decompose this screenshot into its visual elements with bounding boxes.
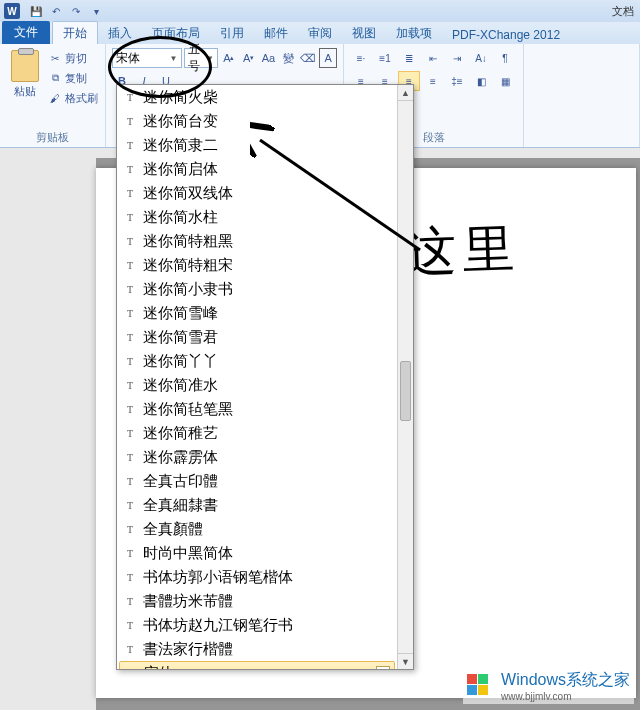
copy-button[interactable]: ⧉ 复制 [48,68,98,88]
font-dropdown: T迷你简火柴T迷你简台变T迷你简隶二T迷你简启体T迷你简双线体T迷你简水柱T迷你… [116,84,414,670]
font-option[interactable]: T迷你简稚艺 [117,421,397,445]
font-option-label: 迷你简稚艺 [143,424,218,443]
tab-file[interactable]: 文件 [2,21,50,44]
align-distribute-button[interactable]: ≡ [422,71,444,91]
tab-addins[interactable]: 加载项 [386,22,442,44]
font-option-label: 迷你简小隶书 [143,280,233,299]
font-option-label: 迷你简特粗黑 [143,232,233,251]
format-painter-button[interactable]: 🖌 格式刷 [48,88,98,108]
ribbon-tabs: 文件 开始 插入 页面布局 引用 邮件 审阅 视图 加载项 PDF-XChang… [0,22,640,44]
watermark-url: www.bjjmlv.com [501,691,630,702]
font-option[interactable]: T迷你简特粗宋 [117,253,397,277]
font-option[interactable]: T书体坊郭小语钢笔楷体 [117,565,397,589]
cut-button[interactable]: ✂ 剪切 [48,48,98,68]
grow-font-button[interactable]: A▴ [220,48,238,68]
font-name-combo[interactable]: 宋体 ▼ [112,48,182,68]
font-option-label: 迷你简雪君 [143,328,218,347]
change-case-button[interactable]: Aa [260,48,278,68]
font-option-label: 迷你简火柴 [143,88,218,107]
scroll-track[interactable] [398,101,413,653]
font-option-label: 書法家行楷體 [143,640,233,659]
font-option[interactable]: T迷你简雪君 [117,325,397,349]
font-option[interactable]: T迷你简毡笔黑 [117,397,397,421]
font-option[interactable]: T書法家行楷體 [117,637,397,661]
multilevel-list-button[interactable]: ≣ [398,48,420,68]
truetype-icon: T [123,572,137,583]
font-option[interactable]: T書體坊米芾體 [117,589,397,613]
numbering-button[interactable]: ≡1 [374,48,396,68]
sort-button[interactable]: A↓ [470,48,492,68]
scissors-icon: ✂ [48,51,62,65]
tab-pdfxchange[interactable]: PDF-XChange 2012 [442,25,570,44]
bullets-button[interactable]: ≡· [350,48,372,68]
font-option-label: 全真細隸書 [143,496,218,515]
font-option[interactable]: T全真顏體 [117,517,397,541]
clear-formatting-button[interactable]: ⌫ [299,48,317,68]
windows-logo-icon [467,674,495,698]
tab-insert[interactable]: 插入 [98,22,142,44]
truetype-icon: T [123,188,137,199]
font-option[interactable]: T迷你简特粗黑 [117,229,397,253]
font-option[interactable]: T全真古印體 [117,469,397,493]
font-option-label: 宋体 [144,664,174,670]
save-icon[interactable]: 💾 [27,3,45,19]
font-size-combo[interactable]: 五号 ▼ [184,48,218,68]
truetype-icon: T [123,548,137,559]
tab-mailings[interactable]: 邮件 [254,22,298,44]
font-option[interactable]: T迷你简水柱 [117,205,397,229]
scroll-down-arrow[interactable]: ▼ [398,653,413,669]
decrease-indent-button[interactable]: ⇤ [422,48,444,68]
font-option[interactable]: T迷你简双线体 [117,181,397,205]
brush-icon: 🖌 [48,91,62,105]
font-option[interactable]: T迷你简雪峰 [117,301,397,325]
tab-references[interactable]: 引用 [210,22,254,44]
truetype-icon: T [123,164,137,175]
redo-icon[interactable]: ↷ [67,3,85,19]
tab-review[interactable]: 审阅 [298,22,342,44]
font-option[interactable]: T迷你简准水 [117,373,397,397]
truetype-icon: T [123,116,137,127]
font-option[interactable]: T迷你简台变 [117,109,397,133]
scrollbar[interactable]: ▲ ▼ [397,85,413,669]
copy-label: 复制 [65,71,87,86]
truetype-icon: T [123,236,137,247]
qat-customize-icon[interactable]: ▾ [87,3,105,19]
tab-home[interactable]: 开始 [52,21,98,44]
font-option[interactable]: T迷你霹雳体 [117,445,397,469]
character-border-button[interactable]: A [319,48,337,68]
phonetic-guide-button[interactable]: 變 [279,48,297,68]
increase-indent-button[interactable]: ⇥ [446,48,468,68]
font-option-label: 书体坊赵九江钢笔行书 [143,616,293,635]
tab-view[interactable]: 视图 [342,22,386,44]
font-option[interactable]: T迷你简丫丫 [117,349,397,373]
scroll-up-arrow[interactable]: ▲ [398,85,413,101]
font-option[interactable]: T书体坊赵九江钢笔行书 [117,613,397,637]
truetype-icon: T [123,596,137,607]
borders-button[interactable]: ▦ [494,71,516,91]
scroll-thumb[interactable] [400,361,411,421]
truetype-icon: T [123,140,137,151]
font-option-label: 迷你简隶二 [143,136,218,155]
font-option[interactable]: T迷你简隶二 [117,133,397,157]
font-option[interactable]: T时尚中黑简体 [117,541,397,565]
truetype-icon: T [123,452,137,463]
chevron-down-icon[interactable]: ▾ [376,666,390,669]
undo-icon[interactable]: ↶ [47,3,65,19]
document-title: 文档 [612,4,634,19]
show-marks-button[interactable]: ¶ [494,48,516,68]
font-option[interactable]: T迷你简小隶书 [117,277,397,301]
font-option[interactable]: T全真細隸書 [117,493,397,517]
font-dropdown-list[interactable]: T迷你简火柴T迷你简台变T迷你简隶二T迷你简启体T迷你简双线体T迷你简水柱T迷你… [117,85,397,669]
line-spacing-button[interactable]: ‡≡ [446,71,468,91]
font-option-label: 书体坊郭小语钢笔楷体 [143,568,293,587]
font-option-selected[interactable]: O宋体▾ [119,661,395,669]
shrink-font-button[interactable]: A▾ [240,48,258,68]
font-option[interactable]: T迷你简启体 [117,157,397,181]
shading-button[interactable]: ◧ [470,71,492,91]
chevron-down-icon: ▼ [170,54,178,63]
truetype-icon: T [123,620,137,631]
cut-label: 剪切 [65,51,87,66]
group-clipboard: 粘贴 ✂ 剪切 ⧉ 复制 🖌 格式刷 剪贴板 [0,44,106,147]
paste-button[interactable]: 粘贴 [6,48,44,108]
font-option[interactable]: T迷你简火柴 [117,85,397,109]
